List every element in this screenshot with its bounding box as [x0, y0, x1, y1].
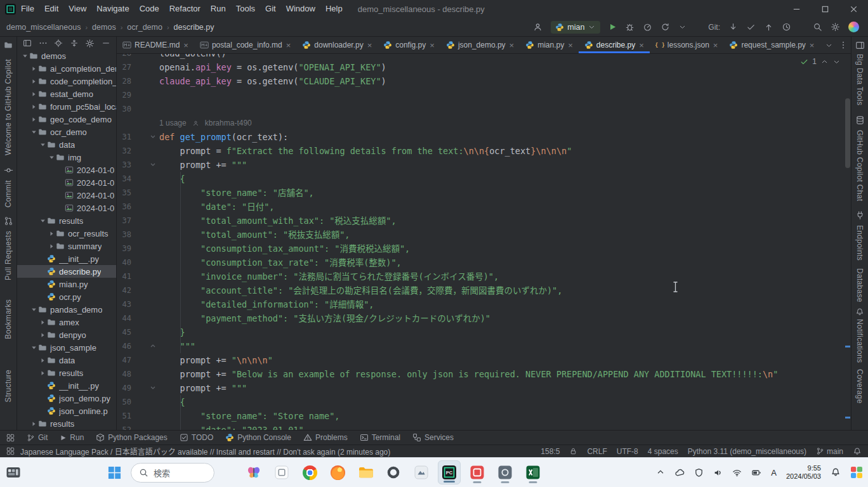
code-text[interactable]: } — [159, 325, 185, 339]
tab-close-icon[interactable]: × — [367, 41, 372, 49]
menu-code[interactable]: Code — [135, 0, 164, 18]
code-text[interactable]: "invoice_number": "法務局に割当てられた登録番号(インボイス番… — [159, 269, 499, 283]
toolwindow-big-data-tools[interactable]: Big Data Tools — [855, 54, 864, 105]
chevron-right-icon[interactable] — [48, 244, 56, 249]
toolwindow-bell-icon[interactable] — [855, 308, 864, 316]
tree-item-2024-01-0[interactable]: 2024-01-0 — [17, 189, 116, 202]
tray-battery-icon[interactable] — [751, 468, 761, 477]
toolwindow-button-git[interactable]: Git — [27, 433, 48, 442]
project-header-settings-icon[interactable] — [85, 39, 95, 48]
gutter[interactable]: 36 — [117, 200, 159, 214]
menu-window[interactable]: Window — [281, 0, 320, 18]
tree-item-results[interactable]: results — [17, 417, 116, 430]
fold-up-icon[interactable] — [150, 343, 156, 349]
usage-hint[interactable]: 1 usage — [159, 119, 187, 127]
toolwindow-coverage[interactable]: Coverage — [855, 369, 864, 403]
taskbar-app-chrome[interactable] — [298, 460, 321, 484]
minimize-button[interactable] — [782, 0, 811, 18]
tab-close-icon[interactable]: × — [286, 41, 291, 49]
tab-options-icon[interactable] — [839, 41, 848, 49]
taskbar-app-red-app[interactable] — [466, 460, 489, 484]
gutter[interactable]: 38 — [117, 228, 159, 242]
code-text[interactable]: "payment_method": "支払い方法(現金/クレジットカードのいずれ… — [159, 311, 490, 325]
gutter[interactable]: 31 — [117, 130, 159, 144]
gutter[interactable]: 52 — [117, 423, 159, 430]
code-text[interactable]: def get_prompt(ocr_text): — [159, 130, 288, 144]
tree-item-2024-01-0[interactable]: 2024-01-0 — [17, 176, 116, 189]
tab-close-icon[interactable]: × — [639, 41, 644, 49]
gutter[interactable]: 32 — [117, 144, 159, 158]
project-header-minus-icon[interactable] — [102, 39, 110, 48]
code-text[interactable]: prompt += "Below is an example of respon… — [159, 367, 778, 381]
tree-item-denpyo[interactable]: denpyo — [17, 328, 116, 341]
tray-speaker-icon[interactable] — [713, 468, 723, 477]
caret-position[interactable]: 158:5 — [541, 447, 560, 456]
chevron-right-icon[interactable] — [30, 104, 38, 110]
notifications-icon[interactable] — [853, 447, 862, 456]
toolwindow-button-problems[interactable]: Problems — [303, 433, 348, 442]
code-text[interactable]: "account_title": "会計処理上の勘定科目名(会議費，交際費，新聞… — [159, 283, 562, 297]
tree-item-pandas-demo[interactable]: pandas_demo — [17, 303, 116, 316]
taskbar-clock[interactable]: 9:55 2024/05/03 — [786, 464, 821, 481]
tree-item-results[interactable]: results — [17, 214, 116, 227]
tab-close-icon[interactable]: × — [510, 41, 515, 49]
code-text[interactable]: "detailed_information": "詳細情報", — [159, 297, 374, 311]
gutter[interactable]: 28 — [117, 74, 159, 88]
chevron-down-icon[interactable] — [30, 345, 38, 351]
chevron-down-icon[interactable] — [39, 218, 47, 224]
tree-item-results[interactable]: results — [17, 367, 116, 379]
toolwindow-database-icon[interactable] — [855, 115, 865, 125]
menu-view[interactable]: View — [63, 0, 91, 18]
chevron-right-icon[interactable] — [30, 91, 38, 97]
tree-item-img[interactable]: img — [17, 151, 116, 164]
menu-navigate[interactable]: Navigate — [91, 0, 134, 18]
close-button[interactable] — [839, 0, 868, 18]
fold-down-icon[interactable] — [150, 162, 156, 167]
chevron-right-icon[interactable] — [39, 332, 47, 338]
taskbar-search-input[interactable]: 検索 — [131, 463, 214, 483]
tab-postal-code-info-md[interactable]: postal_code_info.md× — [194, 37, 296, 53]
debug-button[interactable] — [625, 22, 635, 32]
tree-item-demos[interactable]: demos — [17, 49, 116, 62]
tab-close-icon[interactable]: × — [183, 41, 188, 49]
toolwindow-pull-requests-icon[interactable] — [4, 216, 13, 226]
tree-item-describe-py[interactable]: describe.py — [17, 265, 116, 278]
tray-cloud-icon[interactable] — [674, 468, 685, 477]
breadcrumb-item-demo-miscellaneous[interactable]: demo_miscellaneous — [6, 23, 81, 32]
tree-item-code-completion-de[interactable]: code_completion_de — [17, 75, 116, 88]
run-config-selector[interactable]: mian — [551, 21, 600, 34]
code-text[interactable]: openai.api_key = os.getenv("OPENAI_API_K… — [159, 60, 386, 74]
toolwindow-endpoints-icon[interactable] — [855, 211, 865, 220]
code-text[interactable]: { — [159, 395, 185, 409]
tree-item-mian-py[interactable]: mian.py — [17, 278, 116, 290]
gutter[interactable]: 30 — [117, 102, 159, 116]
code-text[interactable]: "date": "日付", — [159, 200, 274, 214]
code-text[interactable]: load_dotenv() — [159, 54, 227, 60]
chevron-right-icon[interactable] — [30, 66, 38, 72]
tab-describe-py[interactable]: describe.py× — [579, 37, 650, 53]
code-text[interactable]: { — [159, 172, 185, 186]
toolwindow-database[interactable]: Database — [855, 268, 864, 302]
menu-refactor[interactable]: Refactor — [164, 0, 206, 18]
ime-indicator[interactable]: A — [771, 468, 777, 477]
gutter[interactable]: 44 — [117, 311, 159, 325]
gutter[interactable]: 29 — [117, 88, 159, 102]
tab-downloader-py[interactable]: downloader.py× — [296, 37, 378, 53]
code-text[interactable]: "total_amount": "税抜支払総額", — [159, 228, 350, 242]
chevron-right-icon[interactable] — [39, 358, 47, 363]
code-text[interactable]: """ — [159, 339, 195, 353]
history-button[interactable] — [782, 22, 791, 32]
indent-style[interactable]: 4 spaces — [648, 447, 678, 456]
gutter[interactable]: 48 — [117, 367, 159, 381]
toolwindow-bookmarks[interactable]: Bookmarks — [4, 299, 13, 339]
chevron-down-icon[interactable] — [48, 155, 56, 160]
tree-item-json-online-p[interactable]: json_online.p — [17, 405, 116, 417]
menu-file[interactable]: File — [16, 0, 39, 18]
code-text[interactable]: prompt = f"Extract the following details… — [159, 144, 572, 158]
code-text[interactable]: "total_amount_with_tax": "税込支払総額", — [159, 214, 397, 228]
tab-json-demo-py[interactable]: json_demo.py× — [440, 37, 520, 53]
gutter[interactable]: 50 — [117, 395, 159, 409]
tree-item-ai-completion-demo[interactable]: ai_completion_demo — [17, 62, 116, 75]
taskbar-app-pycharm[interactable]: PC — [438, 460, 461, 484]
tool-windows-icon[interactable] — [6, 447, 15, 455]
